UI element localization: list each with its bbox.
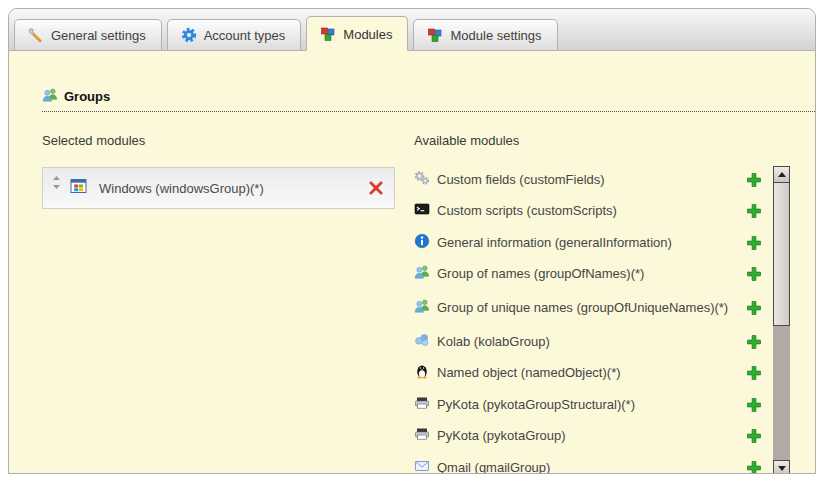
gear-icon [181,27,197,43]
selected-modules-box: Windows (windowsGroup)(*) [42,167,395,209]
tab-label: Account types [204,28,286,43]
tab-modules[interactable]: Modules [306,16,408,51]
section-title: Groups [64,89,110,104]
selected-module-name: Windows (windowsGroup)(*) [99,181,368,196]
tab-label: Module settings [450,28,541,43]
module-name: PyKota (pykotaGroupStructural)(*) [437,397,735,413]
module-name: Custom fields (customFields) [437,172,735,188]
add-module-button[interactable] [746,428,762,444]
module-name: Named object (namedObject)(*) [437,365,735,381]
add-module-button[interactable] [746,235,762,251]
wrench-icon [28,27,44,43]
scrollbar-thumb[interactable] [773,182,790,326]
tux-penguin-icon [414,363,430,383]
selected-modules-label: Selected modules [42,133,414,148]
module-row: Named object (namedObject)(*) [414,358,762,390]
module-row: Group of unique names (groupOfUniqueName… [414,290,762,326]
tab-label: Modules [343,27,392,42]
module-name: Kolab (kolabGroup) [437,334,735,350]
add-module-button[interactable] [746,203,762,219]
drag-handle-icon[interactable] [52,175,61,193]
remove-module-button[interactable] [368,180,384,196]
available-modules-label: Available modules [414,133,815,148]
module-row: Group of names (groupOfNames)(*) [414,259,762,291]
up-arrow-icon [778,172,786,177]
add-module-button[interactable] [746,334,762,350]
module-name: Group of names (groupOfNames)(*) [437,266,735,282]
terminal-icon [414,201,430,221]
add-module-button[interactable] [746,397,762,413]
module-row: Custom fields (customFields) [414,164,762,196]
group-icon [42,87,58,106]
blocks-icon [427,27,443,43]
add-module-button[interactable] [746,172,762,188]
module-name: General information (generalInformation) [437,235,735,251]
add-module-button[interactable] [746,300,762,316]
scroll-down-button[interactable] [773,460,790,474]
tab-general-settings[interactable]: General settings [14,19,162,51]
envelope-icon [414,458,430,474]
add-module-button[interactable] [746,460,762,474]
blocks-icon [320,26,336,42]
module-row: Custom scripts (customScripts) [414,196,762,228]
module-name: PyKota (pykotaGroup) [437,428,735,444]
down-arrow-icon [778,466,786,471]
scroll-up-button[interactable] [773,166,790,183]
module-name: Qmail (qmailGroup) [437,460,735,474]
module-row: Kolab (kolabGroup) [414,326,762,358]
scrollbar-track[interactable] [773,326,790,460]
modules-tab-content: Groups Selected modules [9,51,815,474]
available-modules-scrollbar [773,166,790,474]
configuration-panel: General settings Account types Modules [8,8,816,474]
gears-icon [414,170,430,190]
tab-account-types[interactable]: Account types [167,19,302,51]
available-modules-list: Custom fields (customFields) [414,164,762,474]
module-name: Custom scripts (customScripts) [437,203,735,219]
group-icon [414,298,430,318]
info-icon [414,233,430,253]
tab-strip: General settings Account types Modules [9,9,815,51]
groups-section-heading: Groups [42,87,816,112]
tab-label: General settings [51,28,146,43]
add-module-button[interactable] [746,266,762,282]
module-row: PyKota (pykotaGroupStructural)(*) [414,389,762,421]
module-row: General information (generalInformation) [414,227,762,259]
kolab-icon [414,332,430,352]
add-module-button[interactable] [746,365,762,381]
group-icon [414,264,430,284]
module-row: Qmail (qmailGroup) [414,452,762,474]
printer-icon [414,395,430,415]
tab-module-settings[interactable]: Module settings [413,19,557,51]
module-name: Group of unique names (groupOfUniqueName… [437,300,735,316]
windows-icon [70,178,87,198]
module-row: PyKota (pykotaGroup) [414,421,762,453]
printer-icon [414,426,430,446]
